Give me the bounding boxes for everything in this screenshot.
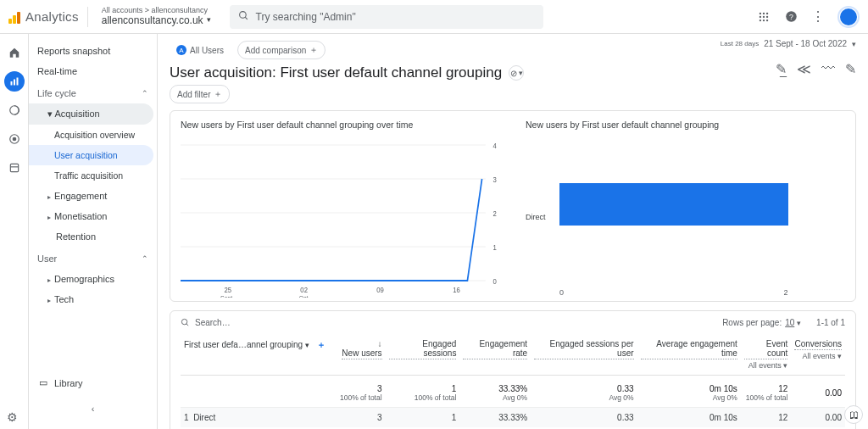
chevron-down-icon: ▾: [852, 40, 856, 48]
svg-rect-14: [14, 80, 15, 86]
add-dimension-button[interactable]: ＋: [317, 340, 326, 349]
table-card: Search… Rows per page: 10 ▾ 1-1 of 1 Fir…: [170, 310, 856, 429]
sidebar: Reports snapshot Real-time Life cycle⌃ ▾…: [29, 34, 158, 429]
help-icon[interactable]: ?: [783, 9, 798, 25]
brand-label: Analytics: [25, 9, 79, 24]
table-row[interactable]: 1 Direct 3 1 33.33% 0.33 0m 10s 12 0.00: [181, 408, 845, 428]
svg-text:2: 2: [492, 209, 497, 218]
rows-per-page-select[interactable]: 10 ▾: [785, 318, 801, 327]
svg-text:16: 16: [453, 285, 460, 294]
chevron-up-icon: ⌃: [142, 254, 148, 263]
svg-text:Sept: Sept: [220, 293, 233, 298]
col-avg-eng-time[interactable]: Average engagement time: [637, 334, 741, 376]
collapse-sidebar-button[interactable]: ‹: [29, 395, 157, 422]
table-search[interactable]: Search…: [181, 318, 231, 327]
svg-point-8: [760, 19, 761, 20]
svg-point-9: [763, 19, 765, 20]
svg-point-6: [763, 15, 765, 17]
sidebar-demographics[interactable]: Demographics: [29, 269, 157, 289]
sidebar-library[interactable]: ▭Library: [29, 370, 157, 395]
sidebar-lifecycle-header[interactable]: Life cycle⌃: [29, 81, 157, 103]
totals-row: 3100% of total 1100% of total 33.33%Avg …: [181, 376, 845, 408]
property-selector[interactable]: All accounts > allenconsultancy allencon…: [97, 7, 216, 26]
svg-point-3: [763, 12, 765, 14]
search-icon: [181, 318, 190, 327]
col-eng-per-user[interactable]: Engaged sessions per user: [531, 334, 637, 376]
bar-chart: New users by First user default channel …: [526, 120, 845, 298]
sidebar-user-header[interactable]: User⌃: [29, 247, 157, 269]
svg-rect-19: [10, 164, 18, 171]
add-comparison-button[interactable]: Add comparison＋: [237, 41, 326, 59]
col-event-count[interactable]: Event countAll events ▾: [741, 334, 792, 376]
top-right-actions: ? ⋮: [756, 6, 860, 28]
search-box[interactable]: Try searching "Admin": [230, 5, 543, 29]
sidebar-acquisition-overview[interactable]: Acquisition overview: [29, 125, 157, 145]
col-conversions[interactable]: ConversionsAll events ▾: [791, 334, 845, 376]
sidebar-retention[interactable]: Retention: [29, 226, 157, 247]
svg-text:?: ?: [789, 13, 793, 21]
nav-rail: [0, 34, 29, 429]
bar-category-label: Direct: [526, 213, 559, 221]
search-icon: [238, 10, 249, 24]
svg-rect-13: [10, 81, 12, 86]
line-chart-title: New users by First user default channel …: [181, 120, 500, 130]
account-avatar[interactable]: [837, 6, 860, 28]
insights-icon[interactable]: 〰: [821, 61, 835, 77]
sidebar-reports-snapshot[interactable]: Reports snapshot: [29, 41, 157, 61]
admin-gear-icon[interactable]: ⚙: [7, 410, 18, 424]
table-search-placeholder: Search…: [195, 318, 231, 327]
data-table: First user defa…annel grouping ▾ ＋ ↓ New…: [181, 334, 845, 427]
chevron-down-icon: ▾: [207, 16, 211, 25]
rail-explore-icon[interactable]: [4, 100, 25, 120]
svg-point-2: [760, 12, 761, 14]
col-engagement-rate[interactable]: Engagement rate: [459, 334, 531, 376]
dimension-selector-button[interactable]: ⊘▾: [509, 65, 524, 81]
charts-card: New users by First user default channel …: [170, 110, 856, 302]
date-range-picker[interactable]: Last 28 days 21 Sept - 18 Oct 2022 ▾: [721, 39, 856, 48]
sidebar-acquisition[interactable]: ▾ Acquisition: [29, 103, 153, 125]
col-new-users[interactable]: ↓ New users: [333, 334, 386, 376]
feedback-button[interactable]: 🕮: [844, 405, 863, 424]
top-bar: Analytics All accounts > allenconsultanc…: [0, 0, 868, 34]
svg-point-7: [766, 15, 768, 17]
sidebar-realtime[interactable]: Real-time: [29, 61, 157, 81]
more-icon[interactable]: ⋮: [810, 9, 826, 25]
ga-logo-icon: [8, 10, 20, 24]
ga-logo: Analytics: [8, 9, 79, 24]
add-filter-button[interactable]: Add filter＋: [170, 85, 230, 103]
search-placeholder: Try searching "Admin": [256, 11, 356, 23]
main-content: Last 28 days 21 Sept - 18 Oct 2022 ▾ ✎̲ …: [158, 34, 868, 429]
share-icon[interactable]: ≪: [797, 61, 811, 77]
svg-text:Oct: Oct: [299, 293, 309, 298]
property-name: allenconsultancy.co.uk: [102, 15, 203, 26]
rail-configure-icon[interactable]: [4, 158, 25, 178]
plus-icon: ＋: [214, 88, 222, 100]
svg-text:3: 3: [492, 175, 497, 184]
rail-home-icon[interactable]: [4, 42, 25, 63]
sidebar-traffic-acquisition[interactable]: Traffic acquisition: [29, 165, 157, 186]
sidebar-tech[interactable]: Tech: [29, 289, 157, 309]
svg-point-18: [13, 137, 16, 141]
svg-text:1: 1: [492, 242, 497, 252]
chevron-up-icon: ⌃: [142, 89, 148, 98]
svg-rect-15: [16, 78, 18, 86]
svg-text:0: 0: [492, 276, 497, 286]
library-icon: ▭: [39, 377, 47, 388]
apps-icon[interactable]: [756, 9, 771, 25]
svg-point-0: [239, 11, 246, 18]
divider: [87, 7, 88, 27]
sidebar-engagement[interactable]: Engagement: [29, 186, 157, 206]
rail-ads-icon[interactable]: [4, 129, 25, 149]
sidebar-user-acquisition[interactable]: User acquisition: [29, 145, 153, 165]
svg-point-4: [766, 12, 768, 14]
svg-point-10: [766, 19, 768, 20]
dimension-column[interactable]: First user defa…annel grouping ▾ ＋: [181, 334, 333, 376]
segment-all-users[interactable]: AAll Users: [170, 42, 231, 58]
svg-text:09: 09: [376, 285, 384, 294]
sidebar-monetisation[interactable]: Monetisation: [29, 206, 157, 226]
page-title: User acquisition: First user default cha…: [170, 64, 502, 81]
customize-icon[interactable]: ✎̲: [776, 61, 787, 77]
edit-icon[interactable]: ✎: [845, 61, 856, 77]
rail-reports-icon[interactable]: [4, 71, 25, 92]
col-engaged-sessions[interactable]: Engaged sessions: [386, 334, 460, 376]
